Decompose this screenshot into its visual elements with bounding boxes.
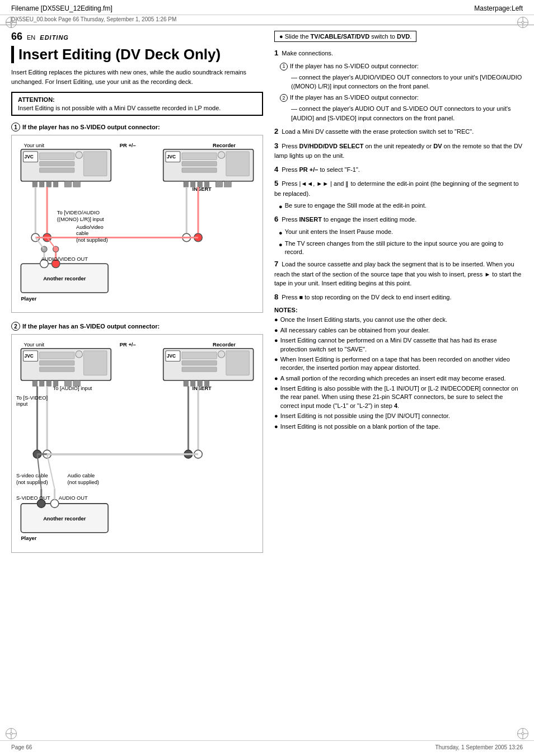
diag1-insert-label: INSERT (193, 186, 212, 192)
svg-rect-18 (46, 181, 51, 187)
diagram2-title: If the player has an S-VIDEO output conn… (22, 323, 160, 330)
svg-rect-12 (182, 161, 217, 166)
svg-line-95 (47, 454, 54, 489)
attention-title: ATTENTION: (18, 96, 256, 103)
step-6-bullet2: ● The TV screen changes from the still p… (279, 240, 523, 257)
slide-dvd: DVD (397, 33, 410, 40)
diag2-svideo-cable: S-video cable (16, 473, 48, 478)
diag2-s-video-input: To [S-VIDEO] (16, 395, 48, 401)
page-footer: Page 66 Thursday, 1 September 2005 13:26 (0, 740, 534, 750)
diagram2-container: Your unit PR +/– Recorder JVC JVC (11, 334, 263, 553)
diagram1-title: If the player has no S-VIDEO output conn… (22, 124, 160, 130)
svg-text:(not supplied): (not supplied) (16, 480, 48, 485)
svg-point-14 (218, 152, 224, 158)
svg-text:(not supplied): (not supplied) (67, 480, 99, 485)
diag2-audio-input: To [AUDIO] input (53, 386, 92, 391)
page-header: Filename [DX5SEU_12Editing.fm] Masterpag… (0, 0, 534, 15)
bottom-left-registration (6, 728, 17, 739)
diag2-audio-cable: Audio cable (67, 473, 95, 478)
svg-rect-17 (40, 181, 44, 187)
right-column: ● Slide the TV/CABLE/SAT/DVD switch to D… (274, 31, 523, 562)
diag1-recorder-label: Recorder (213, 143, 236, 148)
diagram1-label: 1 If the player has no S-VIDEO output co… (11, 123, 263, 132)
note-2: ● All necessary cables can be obtained f… (274, 326, 523, 335)
svg-point-56 (76, 351, 82, 358)
svg-text:JVC: JVC (25, 353, 34, 359)
diagram2-label: 2 If the player has an S-VIDEO output co… (11, 322, 263, 331)
svg-rect-32 (224, 181, 231, 187)
svg-rect-57 (83, 351, 107, 375)
note-3: ● Insert Editing cannot be performed on … (274, 336, 523, 354)
diag2-pr-label: PR +/– (120, 342, 136, 348)
note-4: ● When Insert Editing is performed on a … (274, 355, 523, 373)
svg-rect-67 (40, 381, 44, 386)
step-8: 8 Press ■ to stop recording on the DV de… (274, 292, 523, 303)
svg-rect-21 (73, 181, 80, 187)
left-column: 66 EN EDITING Insert Editing (DV Deck On… (11, 31, 263, 562)
svg-rect-79 (198, 381, 202, 386)
top-right-registration (517, 17, 528, 28)
svg-rect-65 (226, 351, 250, 375)
subheader: DX5SEU_00.book Page 66 Thursday, Septemb… (0, 15, 534, 25)
step-6: 6 Press INSERT to engage the insert edit… (274, 214, 523, 225)
diag2-audio-out: AUDIO OUT (59, 495, 88, 501)
diag2-svideo-out: S-VIDEO OUT (16, 495, 50, 501)
slide-note: ● Slide the TV/CABLE/SAT/DVD switch to D… (274, 31, 416, 42)
svg-rect-31 (216, 181, 222, 187)
slide-tv: TV/CABLE/SAT/DVD (311, 33, 370, 40)
step-5: 5 Press |◄◄, ►► | and ‖ to determine the… (274, 178, 523, 198)
svg-text:JVC: JVC (167, 353, 176, 359)
svg-rect-55 (40, 367, 74, 372)
svg-rect-30 (204, 181, 209, 187)
svg-line-49 (47, 237, 56, 249)
svg-point-6 (76, 152, 82, 158)
masterpage-label: Masterpage:Left (474, 4, 523, 12)
diag1-your-unit-label: Your unit (24, 143, 45, 148)
diag1-audio-video-out: AUDIO/VIDEO OUT (41, 256, 88, 262)
section-header: 66 EN EDITING (11, 31, 263, 43)
bottom-right-registration (517, 728, 528, 739)
sub-step-1-detail: — connect the player's AUDIO/VIDEO OUT c… (291, 73, 523, 91)
svg-rect-66 (32, 381, 37, 386)
step-7: 7 Load the source cassette and play back… (274, 259, 523, 288)
notes-title: NOTES: (274, 307, 523, 313)
diag1-pr-label: PR +/– (120, 143, 136, 148)
filename-label: Filename [DX5SEU_12Editing.fm] (11, 4, 113, 12)
footer-page-left: Page 66 (11, 744, 32, 750)
diagram2-circle: 2 (11, 322, 20, 331)
diag1-another-recorder-label: Another recorder (43, 276, 86, 281)
attention-box: ATTENTION: Insert Editing is not possibl… (11, 92, 263, 116)
diag2-insert-label: INSERT (193, 386, 212, 391)
top-left-registration (6, 17, 17, 28)
svg-rect-68 (46, 381, 51, 386)
sub-step-2: 2 If the player has an S-VIDEO output co… (280, 93, 523, 102)
main-title: Insert Editing (DV Deck Only) (11, 46, 263, 63)
diagram2-svg: Your unit PR +/– Recorder JVC JVC (15, 338, 259, 547)
step-6-bullet1: ● Your unit enters the Insert Pause mode… (279, 228, 523, 237)
svg-line-48 (35, 237, 44, 249)
note-1: ● Once the Insert Editing starts, you ca… (274, 316, 523, 324)
svg-point-90 (37, 500, 45, 508)
step-5-bullet: ● Be sure to engage the Still mode at th… (279, 201, 523, 211)
steps-container: 1 Make connections. 1 If the player has … (274, 48, 523, 431)
diag2-player-label: Player (21, 536, 36, 541)
svg-rect-3 (40, 153, 74, 159)
sub-step-1: 1 If the player has no S-VIDEO output co… (280, 62, 523, 71)
svg-text:((MONO) L/R)] input: ((MONO) L/R)] input (57, 217, 104, 222)
diagram1-svg: Your unit PR +/– Recorder JVC JVC (15, 139, 259, 307)
svg-rect-77 (184, 381, 188, 386)
svg-rect-19 (54, 181, 58, 187)
step-4: 4 Press PR +/– to select "F-1". (274, 164, 523, 175)
note-8: ● Insert Editing is not possible on a bl… (274, 422, 523, 431)
svg-rect-78 (191, 381, 195, 386)
svg-rect-11 (182, 153, 217, 159)
attention-text: Insert Editing is not possible with a Mi… (18, 105, 256, 111)
svg-rect-15 (226, 152, 250, 176)
diagram1-container: Your unit PR +/– Recorder JVC JVC (11, 135, 263, 313)
svg-rect-61 (182, 352, 217, 359)
svg-point-91 (50, 500, 59, 508)
diag2-another-recorder-label: Another recorder (43, 516, 86, 522)
sub-step-2-detail: — connect the player's AUDIO OUT and S-V… (291, 104, 523, 123)
en-label: EN (27, 34, 35, 41)
intro-text: Insert Editing replaces the pictures wit… (11, 68, 263, 86)
